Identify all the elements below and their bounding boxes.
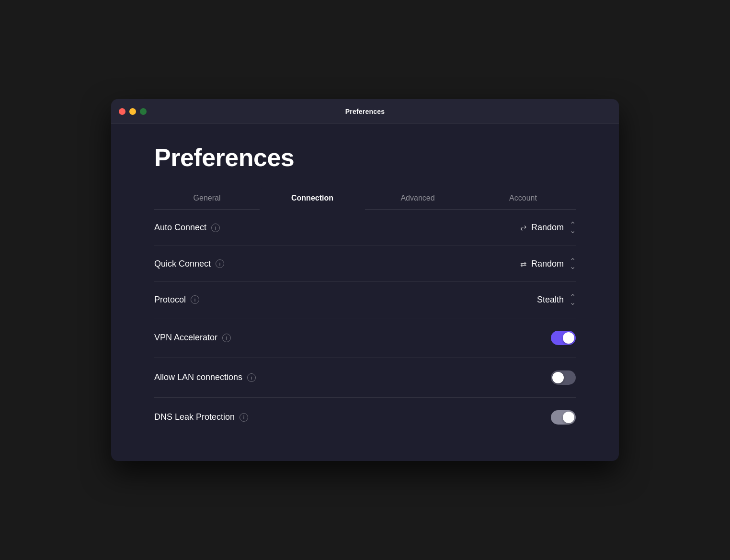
dns-leak-label: DNS Leak Protection i <box>154 412 248 422</box>
auto-connect-dropdown[interactable]: ⇄ Random ⌃ ⌄ <box>520 222 576 233</box>
tab-connection[interactable]: Connection <box>260 187 365 209</box>
protocol-chevron-icon[interactable]: ⌃ ⌄ <box>570 294 576 305</box>
auto-connect-info-icon[interactable]: i <box>211 224 220 232</box>
allow-lan-toggle-knob <box>552 372 564 383</box>
setting-vpn-accelerator: VPN Accelerator i <box>154 318 576 358</box>
auto-connect-value: ⇄ Random <box>520 223 564 233</box>
maximize-button[interactable] <box>140 108 147 115</box>
protocol-value: Stealth <box>537 295 564 305</box>
quick-connect-shuffle-icon: ⇄ <box>520 259 526 269</box>
allow-lan-label: Allow LAN connections i <box>154 372 256 382</box>
settings-list: Auto Connect i ⇄ Random ⌃ ⌄ <box>154 210 576 437</box>
vpn-accelerator-label: VPN Accelerator i <box>154 333 231 343</box>
vpn-accelerator-toggle[interactable] <box>551 331 576 345</box>
titlebar: Preferences <box>111 99 619 124</box>
setting-quick-connect: Quick Connect i ⇄ Random ⌃ ⌄ <box>154 246 576 282</box>
quick-connect-chevron-icon[interactable]: ⌃ ⌄ <box>570 258 576 269</box>
quick-connect-label: Quick Connect i <box>154 259 224 269</box>
vpn-accelerator-info-icon[interactable]: i <box>222 334 231 342</box>
titlebar-title: Preferences <box>345 108 385 115</box>
tab-advanced[interactable]: Advanced <box>365 187 470 209</box>
preferences-window: Preferences Preferences General Connecti… <box>111 99 619 460</box>
allow-lan-toggle[interactable] <box>551 370 576 385</box>
quick-connect-value: ⇄ Random <box>520 259 564 269</box>
auto-connect-chevron-icon[interactable]: ⌃ ⌄ <box>570 222 576 233</box>
quick-connect-info-icon[interactable]: i <box>216 259 224 268</box>
setting-allow-lan: Allow LAN connections i <box>154 358 576 398</box>
window-controls <box>119 108 147 115</box>
setting-auto-connect: Auto Connect i ⇄ Random ⌃ ⌄ <box>154 210 576 246</box>
close-button[interactable] <box>119 108 125 115</box>
protocol-dropdown[interactable]: Stealth ⌃ ⌄ <box>537 294 576 305</box>
allow-lan-info-icon[interactable]: i <box>247 373 256 382</box>
protocol-label: Protocol i <box>154 295 199 305</box>
auto-connect-shuffle-icon: ⇄ <box>520 223 526 232</box>
protocol-info-icon[interactable]: i <box>191 295 199 304</box>
dns-leak-toggle-knob <box>563 412 574 423</box>
setting-dns-leak: DNS Leak Protection i <box>154 398 576 437</box>
auto-connect-label: Auto Connect i <box>154 223 220 233</box>
setting-protocol: Protocol i Stealth ⌃ ⌄ <box>154 282 576 318</box>
content-area: Preferences General Connection Advanced … <box>111 124 619 460</box>
dns-leak-info-icon[interactable]: i <box>240 413 248 422</box>
quick-connect-dropdown[interactable]: ⇄ Random ⌃ ⌄ <box>520 258 576 269</box>
vpn-accelerator-toggle-knob <box>563 332 574 344</box>
tab-general[interactable]: General <box>154 187 260 209</box>
dns-leak-toggle[interactable] <box>551 410 576 425</box>
tabs-bar: General Connection Advanced Account <box>154 187 576 210</box>
page-title: Preferences <box>154 143 576 172</box>
minimize-button[interactable] <box>129 108 136 115</box>
tab-account[interactable]: Account <box>470 187 576 209</box>
